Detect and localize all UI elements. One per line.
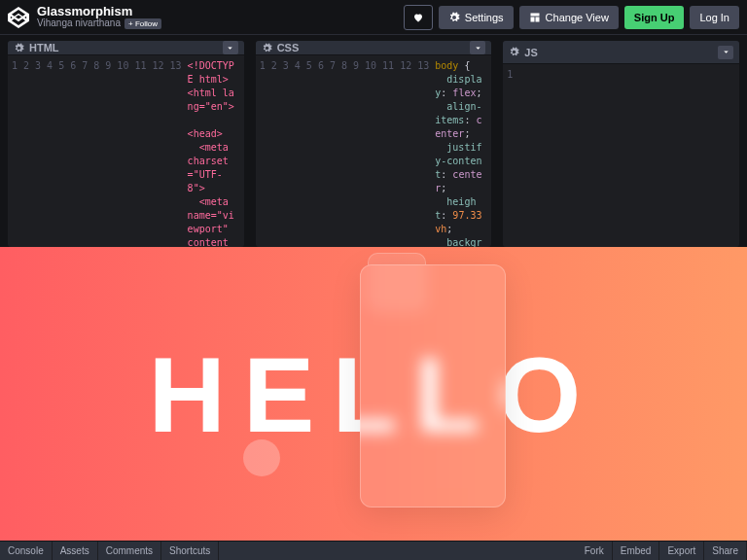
js-code[interactable]: 1	[503, 64, 739, 86]
chevron-down-icon	[474, 44, 482, 52]
css-editor-header[interactable]: CSS	[256, 41, 492, 55]
love-button[interactable]	[404, 5, 433, 30]
editor-row: HTML 1 2 3 4 5 6 7 8 9 10 11 12 13 <!DOC…	[0, 35, 747, 247]
footer-assets[interactable]: Assets	[53, 542, 98, 561]
pen-title: Glassmorphism	[37, 5, 404, 18]
codepen-logo-icon	[8, 7, 29, 28]
gear-icon	[14, 43, 24, 53]
js-lines	[518, 68, 739, 82]
preview-pane: HELLO	[0, 247, 747, 541]
html-code[interactable]: 1 2 3 4 5 6 7 8 9 10 11 12 13 <!DOCTYPE …	[8, 55, 244, 247]
css-editor-label: CSS	[277, 42, 300, 53]
settings-button[interactable]: Settings	[439, 6, 514, 29]
footer-fork[interactable]: Fork	[577, 542, 613, 561]
footer-export[interactable]: Export	[659, 542, 704, 561]
chevron-down-icon	[722, 48, 730, 56]
css-gutter: 1 2 3 4 5 6 7 8 9 10 11 12 13	[256, 59, 436, 243]
signup-button[interactable]: Sign Up	[624, 6, 685, 29]
settings-label: Settings	[465, 12, 504, 23]
change-view-button[interactable]: Change View	[519, 6, 619, 29]
preview-glass-card	[360, 264, 506, 508]
gear-icon	[448, 12, 460, 23]
layout-icon	[529, 12, 541, 23]
pen-author: Vihanga nivarthana	[37, 18, 121, 29]
css-lines: body { display: flex; align-items: cente…	[435, 59, 491, 243]
footer-embed[interactable]: Embed	[613, 542, 660, 561]
js-gutter: 1	[503, 68, 518, 82]
js-editor-label: JS	[524, 47, 537, 58]
css-editor: CSS 1 2 3 4 5 6 7 8 9 10 11 12 13 body {…	[256, 41, 492, 247]
login-button[interactable]: Log In	[690, 6, 739, 29]
chevron-down-icon	[226, 44, 234, 52]
js-editor-collapse[interactable]	[718, 46, 733, 59]
follow-button[interactable]: + Follow	[124, 18, 161, 29]
footer-console[interactable]: Console	[0, 542, 53, 561]
js-editor: JS 1	[503, 41, 739, 247]
html-editor-header[interactable]: HTML	[8, 41, 244, 55]
gear-icon	[509, 47, 519, 57]
footer-share[interactable]: Share	[704, 542, 747, 561]
app-header: Glassmorphism Vihanga nivarthana + Follo…	[0, 0, 747, 35]
header-actions: Settings Change View Sign Up Log In	[404, 5, 739, 30]
app-footer: Console Assets Comments Shortcuts Fork E…	[0, 541, 747, 560]
css-code[interactable]: 1 2 3 4 5 6 7 8 9 10 11 12 13 body { dis…	[256, 55, 492, 247]
preview-circle	[243, 439, 280, 476]
html-lines: <!DOCTYPE html> <html lang="en"> <head> …	[188, 59, 244, 243]
footer-comments[interactable]: Comments	[98, 542, 161, 561]
html-editor-label: HTML	[29, 42, 59, 53]
change-view-label: Change View	[546, 12, 609, 23]
pen-author-row: Vihanga nivarthana + Follow	[37, 18, 404, 29]
js-editor-header[interactable]: JS	[503, 41, 739, 64]
html-gutter: 1 2 3 4 5 6 7 8 9 10 11 12 13	[8, 59, 188, 243]
html-editor-collapse[interactable]	[223, 41, 238, 54]
html-editor: HTML 1 2 3 4 5 6 7 8 9 10 11 12 13 <!DOC…	[8, 41, 244, 247]
css-editor-collapse[interactable]	[470, 41, 485, 54]
title-block: Glassmorphism Vihanga nivarthana + Follo…	[37, 5, 404, 29]
heart-icon	[412, 12, 424, 23]
footer-shortcuts[interactable]: Shortcuts	[161, 542, 219, 561]
gear-icon	[262, 43, 272, 53]
